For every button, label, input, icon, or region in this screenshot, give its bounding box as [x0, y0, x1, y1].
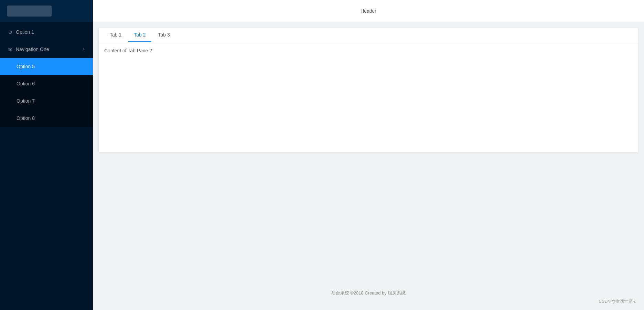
clock-icon: ⊙ — [8, 29, 12, 35]
sidebar-menu: ⊙ Option 1 ✉ Navigation One ∧ Option 5 — [0, 22, 93, 128]
tab-1[interactable]: Tab 1 — [104, 28, 127, 42]
tab-card: Tab 1 Tab 2 Tab 3 Content of Tab Pane 2 — [98, 28, 638, 153]
tab-2-label: Tab 2 — [134, 32, 146, 38]
sidebar-item-option7-label: Option 7 — [17, 98, 35, 104]
sidebar-item-option1[interactable]: ⊙ Option 1 — [0, 23, 93, 41]
tab-1-label: Tab 1 — [110, 32, 121, 38]
sidebar-item-option1-label: Option 1 — [16, 29, 34, 35]
content-wrapper: Tab 1 Tab 2 Tab 3 Content of Tab Pane 2 … — [93, 22, 644, 310]
tab-3-label: Tab 3 — [158, 32, 170, 38]
chevron-up-icon: ∧ — [82, 48, 85, 51]
content-header: Header — [93, 0, 644, 22]
header-title: Header — [361, 8, 376, 14]
sidebar-submenu-navigation-one-label: Navigation One — [16, 46, 49, 52]
tab-2[interactable]: Tab 2 — [128, 28, 151, 42]
sidebar-submenu-title-navigation-one[interactable]: ✉ Navigation One ∧ — [0, 41, 93, 58]
sidebar-item-option5[interactable]: Option 5 — [0, 58, 93, 75]
mail-icon: ✉ — [8, 46, 12, 52]
submenu-title-left: ✉ Navigation One — [8, 46, 49, 52]
tab-bar: Tab 1 Tab 2 Tab 3 — [99, 28, 638, 42]
sidebar-item-option7[interactable]: Option 7 — [0, 92, 93, 110]
footer-text: 后台系统 ©2018 Created by 租房系统 — [331, 290, 406, 296]
logo-box — [7, 6, 52, 17]
sidebar-item-option8[interactable]: Option 8 — [0, 110, 93, 127]
footer-watermark: CSDN @童话世界 € — [599, 299, 636, 304]
sidebar-submenu-navigation-one: ✉ Navigation One ∧ Option 5 Option 6 Opt… — [0, 41, 93, 127]
sidebar: ⊙ Option 1 ✉ Navigation One ∧ Option 5 — [0, 0, 93, 310]
sidebar-logo — [0, 0, 93, 22]
tab-content: Content of Tab Pane 2 — [99, 42, 638, 152]
sidebar-item-option6-label: Option 6 — [17, 81, 35, 86]
sidebar-item-option6[interactable]: Option 6 — [0, 75, 93, 92]
sidebar-submenu-list: Option 5 Option 6 Option 7 Option 8 — [0, 58, 93, 127]
content-area: Header Tab 1 Tab 2 Tab 3 Conten — [93, 0, 644, 310]
sidebar-item-option5-label: Option 5 — [17, 64, 35, 69]
tab-pane-content: Content of Tab Pane 2 — [104, 48, 152, 53]
content-footer: 后台系统 ©2018 Created by 租房系统 — [98, 153, 638, 304]
sidebar-item-option8-label: Option 8 — [17, 115, 35, 121]
tab-3[interactable]: Tab 3 — [153, 28, 175, 42]
